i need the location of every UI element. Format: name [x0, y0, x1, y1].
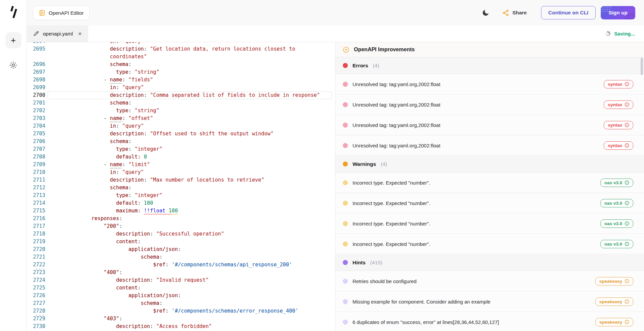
line-content[interactable]: "200":: [73, 222, 122, 230]
line-content[interactable]: in: "query": [73, 84, 144, 91]
line-content[interactable]: type: "string": [73, 68, 159, 76]
line-content[interactable]: "400":: [73, 269, 122, 276]
line-number[interactable]: 2725: [27, 284, 45, 292]
line-number[interactable]: 2707: [27, 145, 45, 153]
tab-openapi-yaml[interactable]: openapi.yaml ✕: [27, 25, 88, 42]
code-line[interactable]: 2726 application/json:: [27, 292, 335, 300]
line-content[interactable]: coordinates": [73, 53, 147, 61]
line-content[interactable]: in: "query": [73, 122, 144, 130]
line-number[interactable]: 2727: [27, 300, 45, 307]
dark-mode-toggle[interactable]: [481, 8, 491, 18]
line-content[interactable]: in: "query": [73, 169, 144, 176]
code-line[interactable]: 2696 schema:: [27, 61, 335, 68]
code-line[interactable]: 2707 type: "integer": [27, 145, 335, 153]
code-line[interactable]: 2700 description: "Comma separated list …: [27, 91, 335, 99]
line-number[interactable]: 2730: [27, 323, 45, 330]
improvement-item[interactable]: Incorrect type. Expected "number".oas v3…: [335, 173, 644, 193]
line-number[interactable]: 2724: [27, 276, 45, 284]
line-number[interactable]: 2694: [27, 42, 45, 45]
code-line[interactable]: 2717 "200":: [27, 222, 335, 230]
line-number[interactable]: 2715: [27, 207, 45, 215]
line-content[interactable]: $ref: '#/components/schemas/api_response…: [73, 261, 292, 269]
code-line[interactable]: 2724 description: "Invalid request": [27, 276, 335, 284]
line-content[interactable]: responses:: [73, 215, 122, 222]
line-number[interactable]: 2712: [27, 184, 45, 192]
section-header-errors[interactable]: Errors(4): [335, 57, 644, 74]
code-line[interactable]: 2695 description: "Get location data, re…: [27, 45, 335, 53]
line-number[interactable]: 2720: [27, 246, 45, 253]
line-content[interactable]: description: "Successful operation": [73, 230, 224, 238]
item-badge-oas-v3-0[interactable]: oas v3.0: [600, 240, 633, 248]
continue-on-cli-button[interactable]: Continue on CLI: [541, 6, 596, 19]
line-number[interactable]: 2705: [27, 130, 45, 138]
improvement-item[interactable]: Unresolved tag: tag:yaml.org,2002:floats…: [335, 135, 644, 156]
line-number[interactable]: 2695: [27, 45, 45, 53]
code-line[interactable]: 2711 description: "Max number of locatio…: [27, 176, 335, 184]
line-number[interactable]: 2709: [27, 161, 45, 169]
line-content[interactable]: description: "Access forbidden": [73, 323, 212, 330]
section-header-hints[interactable]: Hints(415): [335, 254, 644, 271]
line-number[interactable]: 2700: [27, 91, 45, 99]
line-number[interactable]: 2729: [27, 315, 45, 323]
code-line[interactable]: 2694 in: "query": [27, 42, 335, 45]
line-number[interactable]: 2718: [27, 230, 45, 238]
line-content[interactable]: - name: "limit": [73, 161, 150, 169]
item-badge-speakeasy[interactable]: speakeasy: [595, 277, 633, 285]
line-content[interactable]: schema:: [73, 300, 162, 307]
code-line[interactable]: 2705 description: "Offset used to shift …: [27, 130, 335, 138]
line-number[interactable]: 2696: [27, 61, 45, 68]
code-line[interactable]: 2715 maximum: !!float 100: [27, 207, 335, 215]
code-editor[interactable]: 2694 in: "query"2695 description: "Get l…: [27, 42, 335, 331]
code-line[interactable]: 2699 in: "query": [27, 84, 335, 91]
code-line[interactable]: 2719 content:: [27, 238, 335, 246]
line-number[interactable]: 2714: [27, 199, 45, 207]
improvement-item[interactable]: Retries should be configuredspeakeasy: [335, 271, 644, 291]
improvement-item[interactable]: Unresolved tag: tag:yaml.org,2002:floats…: [335, 74, 644, 94]
line-number[interactable]: 2723: [27, 269, 45, 276]
line-content[interactable]: "403":: [73, 315, 122, 323]
item-badge-syntax[interactable]: syntax: [604, 101, 633, 109]
line-number[interactable]: 2717: [27, 222, 45, 230]
line-content[interactable]: type: "string": [73, 107, 159, 115]
code-line[interactable]: 2709 - name: "limit": [27, 161, 335, 169]
code-line[interactable]: 2725 content:: [27, 284, 335, 292]
line-content[interactable]: type: "integer": [73, 192, 162, 199]
line-content[interactable]: content:: [73, 284, 141, 292]
line-number[interactable]: [27, 53, 45, 61]
item-badge-syntax[interactable]: syntax: [604, 80, 633, 88]
line-number[interactable]: 2708: [27, 153, 45, 161]
line-number[interactable]: 2701: [27, 99, 45, 107]
improvement-item[interactable]: 6 duplicates of enum "success, error" at…: [335, 312, 644, 331]
code-line[interactable]: 2729 "403":: [27, 315, 335, 323]
line-content[interactable]: schema:: [73, 99, 131, 107]
line-content[interactable]: application/json:: [73, 292, 181, 300]
code-line[interactable]: 2723 "400":: [27, 269, 335, 276]
line-number[interactable]: 2721: [27, 253, 45, 261]
line-number[interactable]: 2726: [27, 292, 45, 300]
code-line[interactable]: 2713 type: "integer": [27, 192, 335, 199]
code-line[interactable]: 2730 description: "Access forbidden": [27, 323, 335, 330]
item-badge-oas-v3-0[interactable]: oas v3.0: [600, 199, 633, 207]
item-badge-oas-v3-0[interactable]: oas v3.0: [600, 179, 633, 187]
section-header-warnings[interactable]: Warnings(4): [335, 156, 644, 173]
line-content[interactable]: schema:: [73, 253, 162, 261]
settings-button[interactable]: [5, 58, 21, 72]
code-line[interactable]: 2720 application/json:: [27, 246, 335, 253]
line-content[interactable]: maximum: !!float 100: [73, 207, 178, 215]
improvement-item[interactable]: Incorrect type. Expected "number".oas v3…: [335, 213, 644, 234]
code-line[interactable]: 2697 type: "string": [27, 68, 335, 76]
code-line[interactable]: 2698 - name: "fields": [27, 76, 335, 84]
line-content[interactable]: description: "Get location data, return …: [73, 45, 295, 53]
line-content[interactable]: - name: "offset": [73, 115, 153, 122]
line-number[interactable]: 2713: [27, 192, 45, 199]
code-line[interactable]: 2710 in: "query": [27, 169, 335, 176]
line-number[interactable]: 2699: [27, 84, 45, 91]
share-button[interactable]: Share: [502, 9, 527, 16]
line-number[interactable]: 2711: [27, 176, 45, 184]
signup-button[interactable]: Sign up: [601, 6, 635, 19]
line-number[interactable]: 2706: [27, 138, 45, 145]
speakeasy-logo-icon[interactable]: [8, 5, 19, 19]
item-badge-oas-v3-0[interactable]: oas v3.0: [600, 219, 633, 228]
tab-close-icon[interactable]: ✕: [77, 30, 83, 37]
code-line[interactable]: 2702 type: "string": [27, 107, 335, 115]
